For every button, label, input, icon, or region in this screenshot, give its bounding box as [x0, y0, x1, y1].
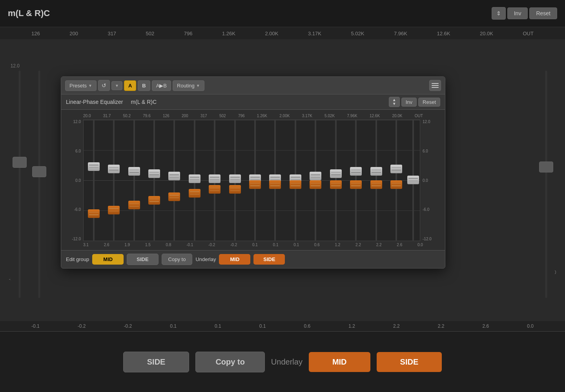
- slider-13-white-thumb[interactable]: [330, 169, 342, 178]
- eq-main-area: 12.0 6.0 0.0 -6.0 -12.0: [64, 120, 442, 241]
- title-updown-btn[interactable]: ▲ ▼: [389, 97, 400, 107]
- bg-bottom-mid-btn[interactable]: MID: [309, 352, 370, 372]
- slider-6: [188, 120, 201, 241]
- bg-title: m(L & R)C: [8, 8, 50, 18]
- slider-15: [370, 120, 383, 241]
- slider-6-white-thumb[interactable]: [189, 174, 200, 183]
- copyto-btn[interactable]: Copy to: [162, 254, 193, 265]
- bg-bottom-strip: SIDE Copy to Underlay MID SIDE: [0, 331, 565, 392]
- bg-freq-label: 126: [31, 31, 40, 36]
- presets-dropdown-icon: ▼: [88, 83, 92, 88]
- slider-2-white-thumb[interactable]: [108, 165, 120, 173]
- slider-10-orange-thumb[interactable]: [269, 180, 281, 189]
- slider-4: [148, 120, 160, 241]
- slider-11-orange-thumb[interactable]: [290, 180, 301, 189]
- bg-bottom-underlay-label: Underlay: [271, 358, 303, 367]
- eq-area: 20.0 31.7 50.2 79.6 126 200 317 502 796 …: [61, 110, 445, 250]
- slider-2-orange-thumb[interactable]: [108, 206, 120, 214]
- bg-updown-btn[interactable]: ⇕: [492, 7, 506, 20]
- plugin-toolbar: Presets ▼ ↺ ▼ A B A▶B Routing ▼: [61, 77, 445, 94]
- slider-13-orange-thumb[interactable]: [330, 180, 342, 189]
- eq-freq-labels: 20.0 31.7 50.2 79.6 126 200 317 502 796 …: [64, 113, 442, 120]
- slider-15-white-thumb[interactable]: [370, 167, 382, 176]
- edit-group-label: Edit group: [66, 256, 89, 262]
- slider-14: [350, 120, 362, 241]
- routing-dropdown-icon: ▼: [196, 83, 200, 88]
- refresh-icon: ↺: [102, 82, 106, 89]
- underlay-label: Underlay: [195, 256, 216, 262]
- slider-12-white-thumb[interactable]: [310, 172, 321, 180]
- bg-values-row: -0.1 -0.2 -0.2 0.1 0.1 0.1 0.6 1.2 2.2 2…: [0, 321, 565, 331]
- slider-14-white-thumb[interactable]: [350, 167, 362, 176]
- menu-icon-line3: [432, 87, 439, 88]
- title-reset-btn[interactable]: Reset: [418, 98, 440, 107]
- dropdown-icon: ▼: [115, 83, 119, 88]
- bg-inv-btn[interactable]: Inv: [507, 7, 528, 19]
- ab-copy-btn[interactable]: A▶B: [152, 80, 171, 91]
- bg-bottom-side-btn[interactable]: SIDE: [123, 352, 190, 372]
- slider-16-orange-thumb[interactable]: [390, 180, 402, 189]
- bg-bottom-side2-btn[interactable]: SIDE: [377, 352, 442, 372]
- slider-4-white-thumb[interactable]: [148, 169, 160, 178]
- slider-out: [407, 120, 419, 241]
- slider-3: [128, 120, 140, 241]
- slider-7-orange-thumb[interactable]: [209, 185, 221, 194]
- channel-name: m(L & R)C: [131, 99, 157, 105]
- slider-5-white-thumb[interactable]: [168, 172, 180, 180]
- grid-h-4: [84, 241, 420, 241]
- eq-right-scale: 12.0 6.0 0.0 -6.0 -12.0: [420, 120, 442, 241]
- slider-16: [390, 120, 403, 241]
- slider-8: [229, 120, 241, 241]
- slider-5-orange-thumb[interactable]: [168, 192, 180, 201]
- slider-3-white-thumb[interactable]: [128, 167, 140, 176]
- ab-a-btn[interactable]: A: [124, 80, 136, 91]
- slider-2: [108, 120, 120, 241]
- slider-10: [269, 120, 281, 241]
- dropdown-btn[interactable]: ▼: [111, 81, 122, 90]
- slider-9-orange-thumb[interactable]: [249, 180, 261, 189]
- refresh-btn[interactable]: ↺: [98, 80, 110, 91]
- slider-5: [168, 120, 180, 241]
- slider-3-orange-thumb[interactable]: [128, 201, 140, 209]
- slider-1-white-thumb[interactable]: [88, 162, 100, 171]
- bg-reset-btn[interactable]: Reset: [529, 7, 557, 19]
- slider-1-orange-thumb[interactable]: [88, 209, 100, 218]
- bg-right-fader: [538, 71, 555, 298]
- eq-values-row: 3.1 2.6 1.9 1.5 0.8 -0.1 -0.2 -0.2 0.1 0…: [64, 241, 442, 247]
- bg-bottom-copyto-btn[interactable]: Copy to: [195, 352, 264, 372]
- slider-out-thumb[interactable]: [407, 176, 419, 184]
- plugin-name: Linear-Phase Equalizer: [66, 99, 123, 105]
- bg-freq-ruler: 126 200 317 502 796 1.26K 2.00K 3.17K 5.…: [0, 27, 565, 39]
- side-btn[interactable]: SIDE: [127, 254, 158, 265]
- presets-btn[interactable]: Presets ▼: [65, 80, 97, 91]
- slider-12: [309, 120, 322, 241]
- slider-4-orange-thumb[interactable]: [148, 196, 160, 205]
- routing-btn[interactable]: Routing ▼: [173, 80, 204, 91]
- slider-13: [330, 120, 342, 241]
- slider-6-orange-thumb[interactable]: [189, 189, 200, 198]
- title-inv-btn[interactable]: Inv: [401, 98, 417, 107]
- ab-b-btn[interactable]: B: [138, 80, 150, 91]
- eq-grid: [83, 120, 420, 241]
- slider-7: [208, 120, 221, 241]
- slider-12-orange-thumb[interactable]: [310, 180, 321, 189]
- bg-top-bar: m(L & R)C ⇕ Inv Reset: [0, 0, 565, 27]
- menu-icon-line2: [432, 85, 439, 86]
- menu-btn[interactable]: [429, 80, 441, 91]
- slider-16-white-thumb[interactable]: [390, 165, 402, 173]
- plugin-window: Presets ▼ ↺ ▼ A B A▶B Routing ▼ Linear-P…: [61, 76, 445, 269]
- bg-left-fader2: [31, 71, 48, 298]
- bg-left-fader: [11, 71, 28, 298]
- slider-7-white-thumb[interactable]: [209, 174, 221, 183]
- eq-bottom-controls: Edit group MID SIDE Copy to Underlay MID…: [61, 250, 445, 268]
- slider-8-orange-thumb[interactable]: [229, 185, 241, 194]
- side-underlay-btn[interactable]: SIDE: [253, 254, 285, 265]
- slider-14-orange-thumb[interactable]: [350, 180, 362, 189]
- mid-underlay-btn[interactable]: MID: [219, 254, 250, 265]
- mid-btn[interactable]: MID: [92, 254, 124, 265]
- slider-11: [289, 120, 302, 241]
- slider-9: [249, 120, 261, 241]
- slider-15-orange-thumb[interactable]: [370, 180, 382, 189]
- slider-8-white-thumb[interactable]: [229, 174, 241, 183]
- plugin-title-bar: Linear-Phase Equalizer m(L & R)C ▲ ▼ Inv…: [61, 94, 445, 110]
